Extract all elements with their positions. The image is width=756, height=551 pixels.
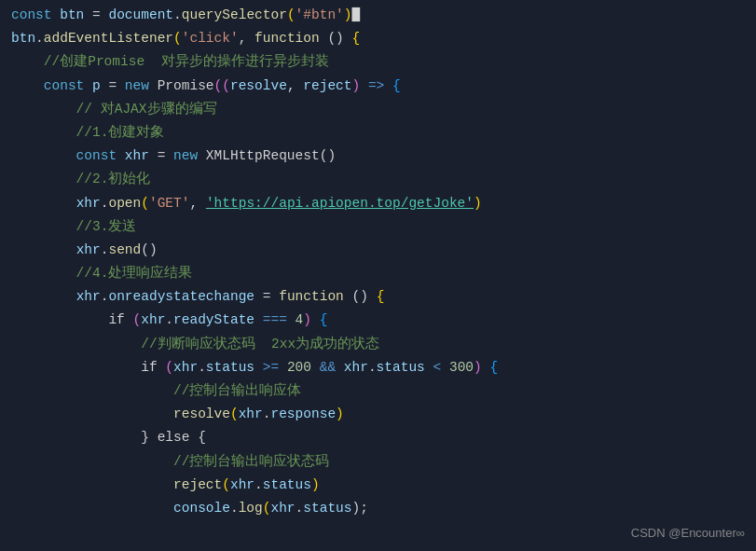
table-row: //4.处理响应结果	[0, 262, 756, 285]
table-row: //1.创建对象	[0, 121, 756, 145]
table-row: //创建Promise 对异步的操作进行异步封装	[0, 50, 756, 74]
table-row: if (xhr.status >= 200 && xhr.status < 30…	[0, 356, 756, 379]
code-editor: const btn = document.querySelector('#btn…	[0, 0, 756, 551]
table-row: //判断响应状态码 2xx为成功的状态	[0, 333, 756, 356]
table-row: reject(xhr.status)	[0, 474, 756, 497]
table-row: xhr.send()	[0, 239, 756, 262]
watermark: CSDN @Encounter∞	[631, 524, 745, 544]
table-row: //控制台输出响应状态码	[0, 450, 756, 474]
table-row: //控制台输出响应体	[0, 379, 756, 403]
table-row: xhr.open('GET', 'https://api.apiopen.top…	[0, 192, 756, 215]
table-row: //2.初始化	[0, 168, 756, 191]
table-row: } else {	[0, 426, 756, 449]
table-row: const p = new Promise((resolve, reject) …	[0, 75, 756, 98]
table-row: const btn = document.querySelector('#btn…	[0, 4, 756, 27]
table-row: //3.发送	[0, 215, 756, 239]
table-row: const xhr = new XMLHttpRequest()	[0, 145, 756, 168]
code-content: const btn = document.querySelector('#btn…	[0, 4, 756, 520]
table-row: // 对AJAX步骤的编写	[0, 98, 756, 121]
table-row: xhr.onreadystatechange = function () {	[0, 285, 756, 309]
table-row: console.log(xhr.status);	[0, 497, 756, 520]
table-row: resolve(xhr.response)	[0, 403, 756, 426]
table-row: btn.addEventListener('click', function (…	[0, 27, 756, 50]
table-row: if (xhr.readyState === 4) {	[0, 309, 756, 332]
